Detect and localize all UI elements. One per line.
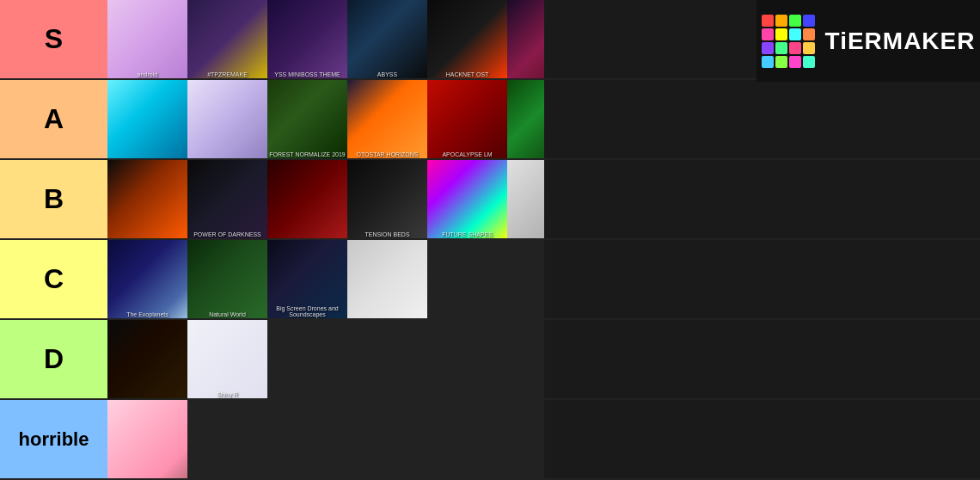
- tiermaker-logo-container: TiERMAKER: [756, 0, 980, 82]
- logo-cell-15: [803, 56, 815, 68]
- tier-row-d: DShiny R: [0, 320, 980, 400]
- item-art-hacknet: HACKNET OST: [427, 0, 507, 78]
- item-art-darkness: POWER OF DARKNESS: [187, 160, 267, 238]
- item-art-anime1: [187, 80, 267, 158]
- logo-cell-2: [789, 15, 801, 27]
- tier-item-tpz[interactable]: #TPZREMAKE: [187, 0, 267, 78]
- tier-label-c: C: [0, 240, 107, 318]
- tier-item-tension[interactable]: TENSION BEDS: [347, 160, 427, 238]
- tier-item-miniboss[interactable]: YSS MINIBOSS THEME: [267, 0, 347, 78]
- tier-item-alien[interactable]: [507, 0, 544, 78]
- item-art-red: [267, 160, 347, 238]
- tier-empty-b: [544, 160, 981, 238]
- item-art-otostar: OTOSTAR HORIZONS: [347, 80, 427, 158]
- tier-item-bigscreen[interactable]: Big Screen Drones and Soundscapes: [267, 240, 347, 318]
- item-art-future: FUTURE SHAPES: [427, 160, 507, 238]
- tier-label-d: D: [0, 320, 107, 398]
- tier-item-darkness[interactable]: POWER OF DARKNESS: [187, 160, 267, 238]
- item-label-tension: TENSION BEDS: [349, 231, 426, 238]
- tier-items-a: FOREST NORMALIZE 2019OTOSTAR HORIZONSAPO…: [107, 80, 544, 158]
- item-label-abyss: ABYSS: [349, 71, 426, 78]
- item-label-darkness: POWER OF DARKNESS: [189, 231, 266, 238]
- tier-empty-a: [544, 80, 981, 158]
- logo-cell-14: [789, 56, 801, 68]
- tier-item-red[interactable]: [267, 160, 347, 238]
- item-art-silhouette: [347, 240, 427, 318]
- tier-item-forest[interactable]: FOREST NORMALIZE 2019: [267, 80, 347, 158]
- tier-label-s: S: [0, 0, 107, 78]
- tier-empty-d: [544, 320, 981, 398]
- tier-item-silhouette[interactable]: [347, 240, 427, 318]
- item-label-naturalworld: Natural World: [189, 311, 266, 318]
- tier-items-s: android#TPZREMAKEYSS MINIBOSS THEMEABYSS…: [107, 0, 544, 78]
- logo-cell-13: [775, 56, 787, 68]
- item-label-apocalypse: APOCALYPSE LM: [429, 151, 505, 158]
- tier-item-apocalypse[interactable]: APOCALYPSE LM: [427, 80, 507, 158]
- item-art-apocalypse: APOCALYPSE LM: [427, 80, 507, 158]
- logo-cell-10: [789, 42, 801, 54]
- item-art-naturalworld: Natural World: [187, 240, 267, 318]
- tier-row-horrible: horrible: [0, 400, 980, 480]
- logo-text: TiERMAKER: [825, 28, 976, 55]
- tier-item-dots[interactable]: [507, 160, 544, 238]
- item-art-shiny: Shiny R: [187, 320, 267, 398]
- tier-label-a: A: [0, 80, 107, 158]
- logo-grid: [762, 15, 815, 68]
- tier-item-shiny[interactable]: Shiny R: [187, 320, 267, 398]
- item-label-otostar: OTOSTAR HORIZONS: [349, 151, 426, 158]
- tier-item-witch[interactable]: [107, 320, 187, 398]
- item-art-abyss: ABYSS: [347, 0, 427, 78]
- item-art-tpz: #TPZREMAKE: [187, 0, 267, 78]
- tier-item-fire[interactable]: [107, 160, 187, 238]
- tier-row-a: AFOREST NORMALIZE 2019OTOSTAR HORIZONSAP…: [0, 80, 980, 160]
- item-art-tension: TENSION BEDS: [347, 160, 427, 238]
- item-label-tpz: #TPZREMAKE: [189, 71, 266, 78]
- item-art-witch: [107, 320, 187, 398]
- tier-row-b: BPOWER OF DARKNESSTENSION BEDSFUTURE SHA…: [0, 160, 980, 240]
- item-label-forest: FOREST NORMALIZE 2019: [269, 151, 346, 158]
- tier-item-hacknet[interactable]: HACKNET OST: [427, 0, 507, 78]
- tier-items-horrible: [107, 400, 544, 478]
- item-art-forest: FOREST NORMALIZE 2019: [267, 80, 347, 158]
- tier-row-c: CThe ExoplanetsNatural WorldBig Screen D…: [0, 240, 980, 320]
- tier-item-nature[interactable]: [507, 80, 544, 158]
- tier-item-exoplanets[interactable]: The Exoplanets: [107, 240, 187, 318]
- tier-items-b: POWER OF DARKNESSTENSION BEDSFUTURE SHAP…: [107, 160, 544, 238]
- tier-item-abyss[interactable]: ABYSS: [347, 0, 427, 78]
- tiermaker-logo: TiERMAKER: [762, 15, 976, 68]
- tier-label-b: B: [0, 160, 107, 238]
- logo-cell-12: [762, 56, 774, 68]
- item-label-bigscreen: Big Screen Drones and Soundscapes: [269, 305, 346, 318]
- logo-cell-5: [775, 28, 787, 40]
- tier-items-d: Shiny R: [107, 320, 544, 398]
- item-label-exoplanets: The Exoplanets: [109, 311, 186, 318]
- tier-items-c: The ExoplanetsNatural WorldBig Screen Dr…: [107, 240, 544, 318]
- item-label-future: FUTURE SHAPES: [429, 231, 505, 238]
- tier-item-android[interactable]: android: [107, 0, 187, 78]
- tier-label-horrible: horrible: [0, 400, 107, 478]
- tier-item-future[interactable]: FUTURE SHAPES: [427, 160, 507, 238]
- item-art-fire: [107, 160, 187, 238]
- tier-item-otostar[interactable]: OTOSTAR HORIZONS: [347, 80, 427, 158]
- logo-cell-6: [789, 28, 801, 40]
- item-art-exoplanets: The Exoplanets: [107, 240, 187, 318]
- logo-cell-4: [762, 28, 774, 40]
- logo-cell-3: [803, 15, 815, 27]
- tier-item-naturalworld[interactable]: Natural World: [187, 240, 267, 318]
- tier-empty-horrible: [544, 400, 981, 478]
- item-art-sakura: [107, 400, 187, 478]
- tier-item-sakura[interactable]: [107, 400, 187, 478]
- item-art-miniboss: YSS MINIBOSS THEME: [267, 0, 347, 78]
- tier-empty-c: [544, 240, 981, 318]
- item-label-shiny: Shiny R: [189, 391, 266, 398]
- item-art-nature: [507, 80, 544, 158]
- logo-cell-7: [803, 28, 815, 40]
- logo-cell-8: [762, 42, 774, 54]
- item-art-alien: [507, 0, 544, 78]
- logo-cell-0: [762, 15, 774, 27]
- logo-cell-11: [803, 42, 815, 54]
- tier-item-crystal[interactable]: [107, 80, 187, 158]
- tier-item-anime1[interactable]: [187, 80, 267, 158]
- item-label-android: android: [109, 71, 186, 78]
- item-art-crystal: [107, 80, 187, 158]
